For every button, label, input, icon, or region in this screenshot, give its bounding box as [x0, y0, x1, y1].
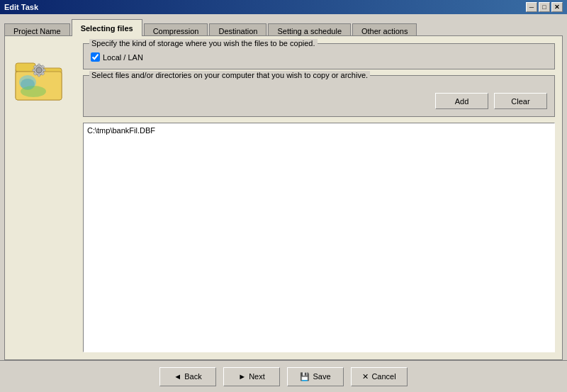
- add-button[interactable]: Add: [435, 93, 488, 109]
- svg-rect-9: [43, 69, 45, 72]
- svg-rect-8: [33, 69, 35, 72]
- tab-selecting-files[interactable]: Selecting files: [72, 19, 142, 36]
- back-arrow-icon: ◄: [174, 372, 181, 381]
- bottom-bar: ◄ Back ► Next 💾 Save ✕ Cancel: [0, 360, 567, 392]
- local-lan-label: Local / LAN: [103, 53, 143, 62]
- save-icon: 💾: [300, 372, 310, 381]
- storage-group-box: Specify the kind of storage where you wi…: [83, 43, 555, 69]
- save-button[interactable]: 💾 Save: [287, 367, 344, 386]
- window-title: Edit Task: [4, 3, 526, 11]
- svg-point-16: [21, 86, 46, 97]
- file-select-group-box: Select files and/or directories on your …: [83, 75, 555, 117]
- icon-area: [12, 43, 76, 352]
- back-button[interactable]: ◄ Back: [159, 367, 216, 386]
- local-lan-row: Local / LAN: [91, 52, 547, 62]
- storage-group-label: Specify the kind of storage where you wi…: [89, 39, 318, 47]
- cancel-icon: ✕: [362, 372, 369, 381]
- back-label: Back: [184, 372, 201, 381]
- tab-bar: Project Name Selecting files Compression…: [0, 14, 567, 35]
- close-button[interactable]: ✕: [551, 2, 563, 12]
- local-lan-checkbox[interactable]: [91, 52, 100, 62]
- file-select-buttons: Add Clear: [91, 93, 547, 109]
- list-item: C:\tmp\bankFil.DBF: [86, 125, 552, 135]
- svg-point-5: [36, 67, 42, 73]
- svg-rect-6: [38, 64, 40, 67]
- next-arrow-icon: ►: [238, 372, 246, 381]
- svg-rect-7: [38, 74, 40, 77]
- title-bar: Edit Task ─ □ ✕: [0, 0, 567, 14]
- file-select-label: Select files and/or directories on your …: [89, 71, 370, 79]
- next-button[interactable]: ► Next: [223, 367, 280, 386]
- right-content: Specify the kind of storage where you wi…: [83, 43, 555, 352]
- minimize-button[interactable]: ─: [526, 2, 537, 12]
- edit-task-dialog: Project Name Selecting files Compression…: [0, 14, 567, 392]
- folder-icon: [12, 50, 69, 107]
- cancel-label: Cancel: [371, 372, 395, 381]
- maximize-button[interactable]: □: [539, 2, 550, 12]
- cancel-button[interactable]: ✕ Cancel: [351, 367, 408, 386]
- clear-button[interactable]: Clear: [494, 93, 547, 109]
- next-label: Next: [249, 372, 265, 381]
- file-list[interactable]: C:\tmp\bankFil.DBF: [83, 123, 555, 352]
- save-label: Save: [313, 372, 330, 381]
- window-controls: ─ □ ✕: [526, 2, 563, 12]
- content-area: Specify the kind of storage where you wi…: [4, 35, 563, 360]
